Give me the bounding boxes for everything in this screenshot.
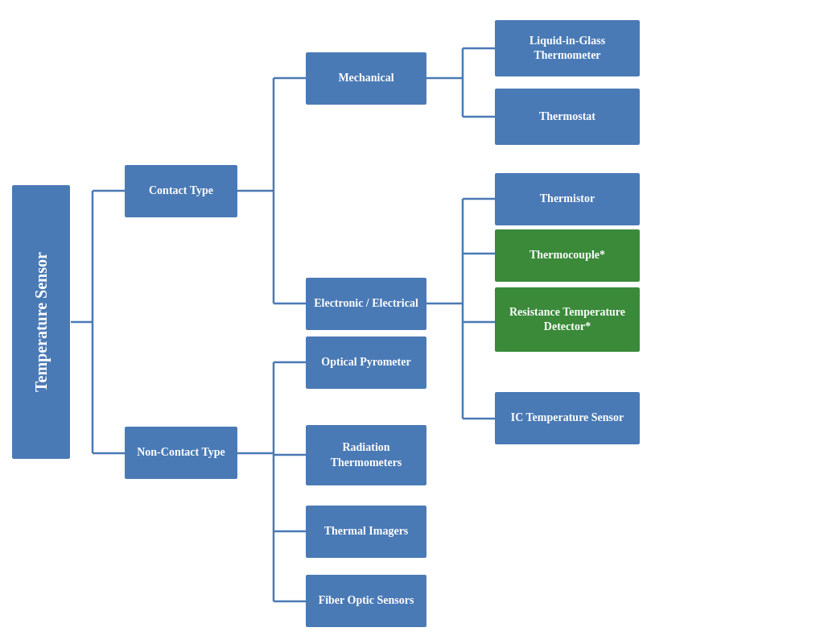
electronic-node: Electronic / Electrical xyxy=(306,278,426,330)
thermostat-label: Thermostat xyxy=(539,109,595,124)
non-contact-type-node: Non-Contact Type xyxy=(125,427,237,479)
root-node: Temperature Sensor xyxy=(12,185,70,459)
radiation-thermometers-label: Radiation Thermometers xyxy=(306,440,426,469)
thermostat-node: Thermostat xyxy=(495,89,640,145)
ic-temp-node: IC Temperature Sensor xyxy=(495,392,640,444)
ic-temp-label: IC Temperature Sensor xyxy=(511,411,624,425)
non-contact-label: Non-Contact Type xyxy=(137,445,225,460)
mechanical-label: Mechanical xyxy=(338,71,393,85)
rtd-node: Resistance Temperature Detector* xyxy=(495,287,640,352)
root-label: Temperature Sensor xyxy=(32,252,51,392)
radiation-thermometers-node: Radiation Thermometers xyxy=(306,425,426,485)
contact-label: Contact Type xyxy=(149,184,213,198)
optical-pyrometer-node: Optical Pyrometer xyxy=(306,336,426,389)
thermal-imagers-node: Thermal Imagers xyxy=(306,506,426,558)
electronic-label: Electronic / Electrical xyxy=(314,296,418,311)
liquid-glass-node: Liquid-in-Glass Thermometer xyxy=(495,20,640,76)
diagram: Temperature Sensor Contact Type Non-Cont… xyxy=(0,0,824,644)
thermocouple-label: Thermocouple* xyxy=(529,248,605,262)
thermocouple-node: Thermocouple* xyxy=(495,229,640,282)
fiber-optic-label: Fiber Optic Sensors xyxy=(319,593,414,608)
thermal-imagers-label: Thermal Imagers xyxy=(324,524,409,539)
liquid-glass-label: Liquid-in-Glass Thermometer xyxy=(495,34,640,63)
optical-pyrometer-label: Optical Pyrometer xyxy=(321,355,410,369)
contact-type-node: Contact Type xyxy=(125,165,237,217)
rtd-label: Resistance Temperature Detector* xyxy=(495,305,640,334)
mechanical-node: Mechanical xyxy=(306,52,426,105)
thermistor-label: Thermistor xyxy=(540,192,595,206)
thermistor-node: Thermistor xyxy=(495,173,640,225)
fiber-optic-node: Fiber Optic Sensors xyxy=(306,575,426,627)
